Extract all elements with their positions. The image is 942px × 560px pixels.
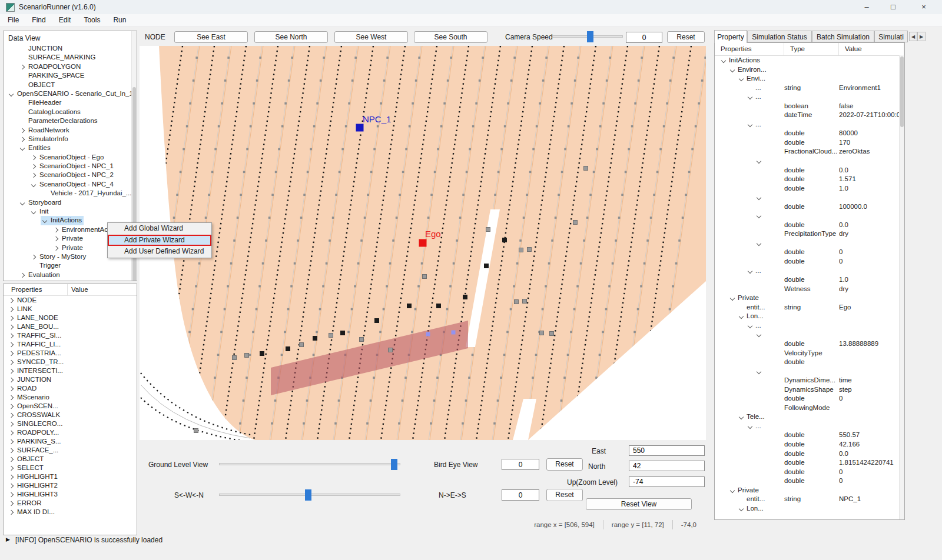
map-property-row[interactable]: INTERSECTI... [4,366,137,375]
map-property-row[interactable]: MAX ID DI... [4,508,137,516]
property-row[interactable]: DynamicsDime...time [715,376,904,385]
map-property-row[interactable]: HIGHLIGHT3 [4,490,137,499]
menu-run[interactable]: Run [107,14,132,26]
tree-item[interactable]: ScenarioObject - NPC_1 [4,162,137,171]
minimize-button[interactable]: – [857,0,877,14]
map-property-row[interactable]: LINK [4,305,137,314]
maximize-button[interactable]: □ [883,0,903,14]
context-menu-item[interactable]: Add Global Wizard [108,223,211,235]
tree-item[interactable]: SimulatorInfo [4,135,137,144]
menu-find[interactable]: Find [25,14,52,26]
tab-simulation-status[interactable]: Simulation Status [747,31,812,42]
property-row[interactable]: double0.0 [715,221,904,230]
property-row[interactable]: double1.0 [715,184,904,194]
property-row[interactable]: double0 [715,476,904,486]
tree-item[interactable]: CatalogLocations [4,108,137,116]
tree-item[interactable]: ScenarioObject - Ego [4,153,137,162]
property-row[interactable]: Lon... [715,312,904,321]
tree-item[interactable]: ScenarioObject - NPC_2 [4,171,137,179]
property-row[interactable]: double550.57 [715,431,904,440]
property-row[interactable]: DynamicsShapestep [715,385,904,395]
tree-item[interactable]: RoadNetwork [4,126,137,135]
property-row[interactable]: Private [715,294,904,303]
map-property-row[interactable]: NODE [4,296,137,305]
see-east-button[interactable]: See East [174,31,248,43]
map-property-row[interactable]: TRAFFIC_SI... [4,331,137,340]
map-property-row[interactable]: SELECT [4,464,137,472]
map-property-row[interactable]: LANE_NODE [4,314,137,322]
tree-item[interactable]: OpenSCENARIO - Scenario_Cut_In_1 [4,89,137,98]
property-row[interactable]: PrecipitationTypedry [715,229,904,239]
property-row[interactable]: double170 [715,138,904,148]
property-row[interactable]: Private [715,486,904,495]
tab-scroll-left-icon[interactable]: ◀ [909,32,917,41]
ground-level-slider-handle[interactable] [391,459,397,470]
ground-level-slider-track[interactable] [219,463,400,465]
context-menu-item[interactable]: Add User Defined Wizard [108,246,211,258]
property-row[interactable]: double0.0 [715,449,904,459]
map-property-row[interactable]: SYNCED_TR... [4,358,137,366]
map-property-row[interactable]: PEDESTRIA... [4,349,137,358]
property-row[interactable]: booleanfalse [715,102,904,111]
property-row[interactable]: double0 [715,257,904,266]
camera-speed-slider-handle[interactable] [587,31,593,42]
property-row[interactable]: entit...stringEgo [715,303,904,312]
map-property-row[interactable]: ERROR [4,499,137,508]
map-property-row[interactable]: PARKING_S... [4,437,137,446]
property-row[interactable]: entit...stringNPC_1 [715,495,904,504]
map-property-row[interactable]: TRAFFIC_LI... [4,340,137,349]
tab-batch-simulation[interactable]: Batch Simulation [812,31,874,42]
property-row[interactable]: Tele... [715,412,904,422]
east-input[interactable] [629,445,705,456]
property-row[interactable]: double1.8151424220741 [715,458,904,468]
map-property-row[interactable]: HIGHLIGHT1 [4,472,137,481]
bird-eye-reset-button[interactable]: Reset [546,458,583,471]
map-property-row[interactable]: ROADPOLY... [4,428,137,437]
tree-item[interactable]: FileHeader [4,98,137,107]
tab-scroll-right-icon[interactable]: ▶ [917,32,926,41]
map-property-row[interactable]: MScenario [4,393,137,402]
map-property-row[interactable]: JUNCTION [4,375,137,384]
scenario-map-canvas[interactable]: NPC_1Ego [140,46,706,440]
property-row[interactable]: ... [715,120,904,129]
close-button[interactable]: × [914,0,934,14]
property-row[interactable]: double0 [715,468,904,477]
ego-marker[interactable] [419,239,427,247]
property-row[interactable]: double [715,358,904,367]
tree-item[interactable]: ParameterDeclarations [4,116,137,125]
property-row[interactable]: double100000.0 [715,202,904,212]
property-row[interactable]: Wetnessdry [715,285,904,294]
property-row[interactable]: double0 [715,248,904,257]
tree-item[interactable]: Vehicle - 2017_Hyundai_... [4,189,137,198]
property-row[interactable]: FollowingMode [715,404,904,413]
property-row[interactable]: ... [715,321,904,331]
map-property-row[interactable]: CROSSWALK [4,411,137,419]
tab-property[interactable]: Property [714,30,747,43]
property-row[interactable]: Envi... [715,74,904,84]
property-row[interactable]: InitActions [715,56,904,65]
property-row[interactable] [715,367,904,376]
map-property-row[interactable]: OpenSCEN... [4,402,137,411]
menu-tools[interactable]: Tools [77,14,107,26]
camera-speed-reset-button[interactable]: Reset [667,31,705,43]
tree-item[interactable]: ScenarioObject - NPC_4 [4,180,137,189]
property-row[interactable]: double1.571 [715,175,904,184]
tree-item[interactable]: SURFACE_MARKING [4,53,137,62]
up-zoom-level-input[interactable] [629,476,705,487]
property-row[interactable] [715,239,904,248]
tree-item[interactable]: Trigger [4,261,137,270]
property-row[interactable]: double13.88888889 [715,339,904,349]
map-property-row[interactable]: OBJECT [4,455,137,464]
property-row[interactable]: double42.166 [715,440,904,449]
property-row[interactable]: Environ... [715,65,904,75]
tree-item[interactable]: Evaluation [4,271,137,279]
property-table-scrollbar[interactable] [899,55,904,519]
property-row[interactable]: ... [715,422,904,431]
property-row[interactable]: double0 [715,394,904,404]
bird-eye-view-input[interactable] [502,459,539,470]
menu-file[interactable]: File [1,14,25,26]
property-row[interactable]: FractionalCloud...zeroOktas [715,147,904,156]
north-input[interactable] [629,461,705,471]
see-north-button[interactable]: See North [254,31,328,43]
property-row[interactable]: double1.0 [715,275,904,285]
